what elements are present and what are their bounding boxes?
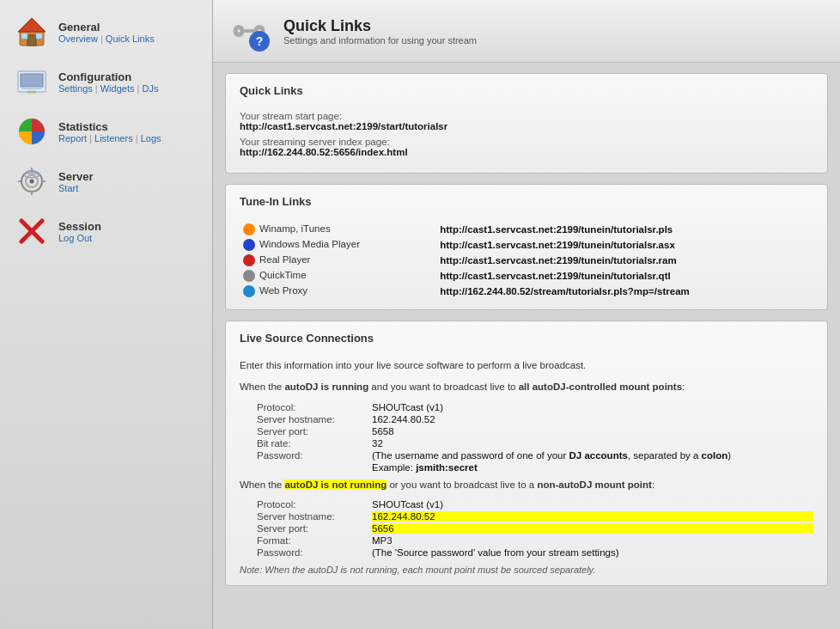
configuration-text: Configuration Settings | Widgets | DJs [58, 70, 158, 94]
nr-format-value: MP3 [372, 535, 813, 546]
server-icon [15, 165, 48, 198]
widgets-link[interactable]: Widgets [100, 83, 135, 94]
stream-start-url: http://cast1.servcast.net:2199/start/tut… [240, 121, 447, 131]
player-url: http://cast1.servcast.net:2199/tunein/tu… [436, 253, 813, 268]
general-links[interactable]: Overview | Quick Links [58, 34, 155, 44]
logout-link[interactable]: Log Out [58, 233, 92, 243]
sidebar-item-server[interactable]: Server Start [7, 158, 205, 205]
live-source-title: Live Source Connections [240, 332, 813, 350]
svg-rect-3 [21, 34, 27, 39]
tunein-table: Winamp, iTuneshttp://cast1.servcast.net:… [240, 222, 813, 299]
player-url: http://cast1.servcast.net:2199/tunein/tu… [436, 222, 813, 237]
autodj-running-para: When the autoDJ is running and you want … [240, 380, 813, 394]
general-text: General Overview | Quick Links [58, 21, 155, 44]
player-icon [243, 285, 255, 297]
server-text: Server Start [58, 170, 93, 193]
sidebar-item-statistics[interactable]: Statistics Report | Listeners | Logs [7, 108, 205, 155]
running-details: Protocol: SHOUTcast (v1) Server hostname… [257, 402, 813, 473]
player-icon [243, 270, 255, 282]
configuration-links[interactable]: Settings | Widgets | DJs [58, 83, 158, 94]
tunein-row: Real Playerhttp://cast1.servcast.net:219… [240, 253, 813, 268]
svg-point-12 [30, 180, 34, 184]
non-autodj-mount: non-autoDJ mount point [537, 479, 652, 490]
svg-rect-4 [36, 34, 42, 39]
r-password-label: Password: [257, 450, 368, 461]
djs-link[interactable]: DJs [142, 83, 158, 94]
server-index-url: http://162.244.80.52:5656/index.html [240, 147, 408, 157]
nr-protocol-value: SHOUTcast (v1) [372, 499, 813, 510]
player-icon [243, 254, 255, 266]
stream-start-label: Your stream start page: [240, 111, 342, 121]
autodj-running-end: : [682, 382, 685, 392]
not-running-highlight: autoDJ is not running [284, 479, 387, 490]
configuration-title: Configuration [58, 70, 158, 83]
nr-password-value: (The 'Source password' value from your s… [372, 547, 813, 558]
tunein-app-cell: Windows Media Player [240, 237, 436, 253]
autodj-running-highlight: autoDJ is running [284, 382, 368, 392]
not-running-end: : [652, 479, 654, 490]
server-title: Server [58, 170, 93, 183]
player-name: Winamp, iTunes [259, 223, 331, 234]
svg-rect-7 [21, 87, 42, 89]
player-name: QuickTime [259, 270, 307, 280]
statistics-text: Statistics Report | Listeners | Logs [58, 120, 161, 144]
sidebar-item-general[interactable]: General Overview | Quick Links [7, 9, 205, 55]
overview-link[interactable]: Overview [58, 34, 98, 44]
server-links[interactable]: Start [58, 183, 93, 193]
start-link[interactable]: Start [58, 183, 78, 193]
player-url: http://cast1.servcast.net:2199/tunein/tu… [436, 237, 813, 253]
svg-marker-1 [18, 18, 46, 32]
svg-text:?: ? [256, 34, 264, 48]
nr-port-label: Server port: [257, 523, 368, 534]
not-running-prefix: When the [240, 479, 284, 490]
server-index-row: Your streaming server index page: http:/… [240, 137, 813, 157]
player-name: Windows Media Player [259, 239, 360, 249]
report-link[interactable]: Report [58, 133, 87, 144]
not-running-middle: or you want to broadcast live to a [387, 479, 537, 490]
autodj-running-prefix: When the [240, 382, 284, 392]
general-title: General [58, 21, 155, 34]
r-protocol-label: Protocol: [257, 402, 368, 412]
live-source-intro: Enter this information into your live so… [240, 358, 813, 373]
header-title: Quick Links [283, 17, 477, 35]
tunein-app-cell: Real Player [240, 253, 436, 268]
player-url: http://162.244.80.52/stream/tutorialsr.p… [436, 284, 813, 299]
live-source-section: Live Source Connections Enter this infor… [225, 321, 828, 586]
sidebar-item-session[interactable]: Session Log Out [7, 208, 205, 254]
player-url: http://cast1.servcast.net:2199/tunein/tu… [436, 268, 813, 284]
configuration-icon [15, 65, 48, 98]
page-header: ? Quick Links Settings and information f… [213, 0, 840, 63]
r-hostname-value: 162.244.80.52 [372, 414, 813, 424]
session-links[interactable]: Log Out [58, 233, 101, 243]
quicklinks-link[interactable]: Quick Links [106, 34, 155, 44]
player-name: Real Player [259, 254, 310, 265]
tunein-row: Winamp, iTuneshttp://cast1.servcast.net:… [240, 222, 813, 237]
tunein-row: Web Proxyhttp://162.244.80.52/stream/tut… [240, 284, 813, 299]
listeners-link[interactable]: Listeners [94, 133, 133, 144]
settings-link[interactable]: Settings [58, 83, 93, 94]
nr-hostname-label: Server hostname: [257, 511, 368, 522]
not-running-details: Protocol: SHOUTcast (v1) Server hostname… [257, 499, 813, 558]
statistics-icon [15, 115, 48, 148]
page-content: Quick Links Your stream start page: http… [213, 63, 840, 629]
logs-link[interactable]: Logs [141, 133, 161, 144]
nr-format-label: Format: [257, 535, 368, 546]
tunein-app-cell: Web Proxy [240, 284, 436, 299]
quick-links-title: Quick Links [240, 84, 813, 102]
r-password-value: (The username and password of one of you… [372, 450, 813, 461]
statistics-links[interactable]: Report | Listeners | Logs [58, 133, 161, 144]
nr-password-label: Password: [257, 547, 368, 558]
svg-rect-2 [27, 35, 36, 46]
nr-protocol-label: Protocol: [257, 499, 368, 510]
quick-links-section: Quick Links Your stream start page: http… [225, 73, 828, 174]
header-text: Quick Links Settings and information for… [283, 17, 477, 46]
sidebar-item-configuration[interactable]: Configuration Settings | Widgets | DJs [7, 58, 205, 105]
autodj-running-middle: and you want to broadcast live to [368, 382, 519, 392]
tunein-title: Tune-In Links [240, 195, 813, 213]
player-name: Web Proxy [259, 285, 307, 296]
server-index-label: Your streaming server index page: [240, 137, 390, 147]
player-icon [243, 239, 255, 251]
statistics-title: Statistics [58, 120, 161, 133]
session-title: Session [58, 220, 101, 233]
r-hostname-label: Server hostname: [257, 414, 368, 424]
